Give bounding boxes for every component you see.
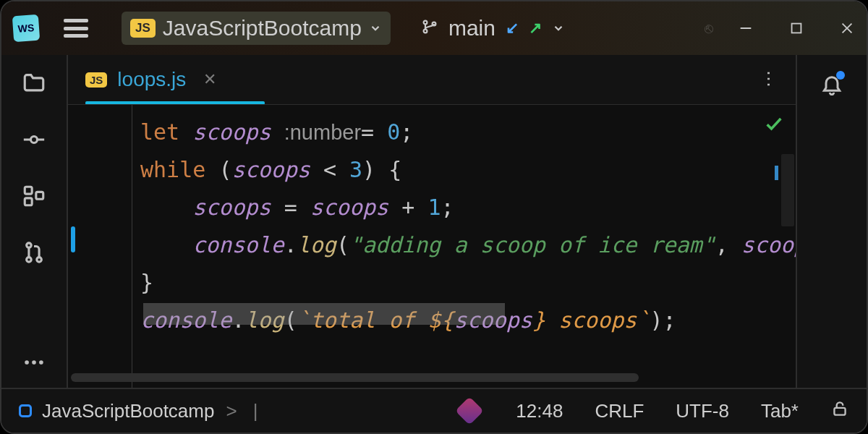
more-tools-button[interactable] [22, 350, 46, 375]
text-selection [143, 303, 505, 325]
svg-point-7 [30, 136, 37, 142]
js-icon: JS [85, 72, 107, 88]
editor-tab-bar: JS loops.js ✕ ⋯ [68, 55, 796, 104]
tab-filename: loops.js [117, 68, 186, 91]
indent-settings[interactable]: Tab* [761, 400, 799, 422]
scrollbar-horizontal[interactable] [68, 373, 796, 385]
readonly-toggle-icon[interactable] [830, 399, 849, 423]
svg-point-0 [424, 21, 427, 25]
svg-point-15 [37, 258, 42, 263]
inspection-ok-icon[interactable] [764, 114, 784, 137]
pull-requests-tool-button[interactable] [22, 240, 46, 265]
svg-rect-4 [792, 24, 801, 33]
breadcrumb-caret: | [253, 400, 258, 422]
scrollbar-thumb[interactable] [71, 373, 639, 382]
incoming-changes-icon[interactable]: ↙ [506, 19, 519, 38]
svg-rect-12 [36, 192, 43, 199]
project-status-icon[interactable] [19, 404, 32, 417]
file-encoding[interactable]: UTF-8 [676, 400, 729, 422]
js-icon: JS [130, 19, 156, 38]
main-menu-button[interactable] [64, 19, 88, 38]
structure-tool-button[interactable] [22, 184, 46, 208]
chevron-down-icon[interactable] [552, 22, 565, 35]
status-bar: JavaScriptBootcamp > | 12:48 CRLF UTF-8 … [1, 388, 867, 433]
line-separator[interactable]: CRLF [595, 400, 644, 422]
titlebar: WS JS JavaScriptBootcamp main ↙ ↗ ⎋ [1, 1, 867, 55]
close-tab-button[interactable]: ✕ [203, 70, 216, 89]
branch-icon [421, 18, 438, 38]
toolbar-faded-icon[interactable]: ⎋ [705, 20, 720, 37]
app-icon: WS [12, 14, 40, 42]
minimize-button[interactable] [738, 20, 754, 36]
tool-sidebar-left [1, 55, 68, 388]
branch-name: main [448, 16, 495, 41]
breadcrumb-root[interactable]: JavaScriptBootcamp [42, 400, 214, 422]
chevron-down-icon [369, 22, 382, 35]
scrollbar-vertical[interactable] [781, 154, 794, 226]
notifications-button[interactable] [820, 72, 843, 98]
caret-position[interactable]: 12:48 [516, 400, 563, 422]
ai-assistant-icon[interactable] [455, 396, 484, 425]
tool-sidebar-right [797, 55, 867, 388]
svg-rect-11 [25, 198, 32, 205]
code-editor[interactable]: let scoops :number= 0; while (scoops < 3… [68, 104, 796, 388]
tab-options-button[interactable]: ⋯ [759, 70, 779, 89]
breadcrumb-separator: > [226, 400, 237, 422]
vcs-branch-widget[interactable]: main ↙ ↗ [421, 16, 565, 41]
editor-tab[interactable]: JS loops.js ✕ [85, 55, 216, 104]
maximize-button[interactable] [788, 20, 804, 36]
svg-rect-10 [25, 187, 32, 194]
svg-point-18 [39, 360, 43, 365]
change-marker [71, 226, 75, 252]
project-name: JavaScriptBootcamp [163, 16, 362, 41]
navigation-breadcrumb[interactable]: JavaScriptBootcamp > | [42, 400, 262, 422]
svg-rect-19 [834, 407, 845, 414]
commit-tool-button[interactable] [22, 127, 46, 152]
svg-point-13 [27, 243, 32, 248]
window-controls [738, 20, 855, 36]
project-selector[interactable]: JS JavaScriptBootcamp [122, 12, 391, 45]
close-button[interactable] [839, 20, 855, 36]
error-stripe-mark[interactable] [775, 166, 778, 180]
project-tool-button[interactable] [22, 71, 46, 95]
svg-point-14 [27, 258, 32, 263]
main-area: JS loops.js ✕ ⋯ let scoops :number= 0; w… [1, 55, 867, 388]
outgoing-changes-icon[interactable]: ↗ [529, 19, 542, 38]
gutter-line [132, 105, 132, 388]
svg-point-16 [25, 360, 29, 365]
svg-point-17 [32, 360, 36, 365]
editor-column: JS loops.js ✕ ⋯ let scoops :number= 0; w… [68, 55, 797, 388]
svg-point-1 [424, 30, 427, 33]
notification-badge [836, 71, 845, 80]
